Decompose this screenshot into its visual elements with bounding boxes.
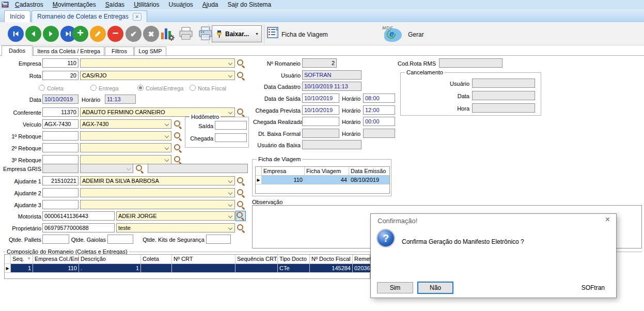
prevista-horario-field[interactable]: 12:00 bbox=[363, 105, 395, 115]
col-sequencia-crt-header[interactable]: Sequência CRT bbox=[235, 255, 278, 264]
nao-button[interactable]: Não bbox=[417, 282, 453, 294]
sim-button[interactable]: Sim bbox=[377, 282, 413, 293]
col-seq-header[interactable]: Seq.▼ bbox=[11, 255, 33, 264]
veiculo-combo[interactable]: AGX-7430 bbox=[80, 119, 171, 129]
baixar-button[interactable]: Baixar... bbox=[212, 25, 253, 42]
reboque1-code-field[interactable] bbox=[42, 131, 78, 141]
report-chart-button[interactable] bbox=[160, 26, 175, 43]
radio-coleta[interactable] bbox=[39, 85, 45, 91]
reboque2-combo[interactable] bbox=[80, 143, 171, 152]
reboque2-code-field[interactable] bbox=[42, 143, 78, 152]
tab-romaneio[interactable]: Romaneio de Coletas e Entregas × bbox=[32, 10, 147, 22]
reboque3-code-field[interactable] bbox=[42, 155, 78, 164]
ajudante2-combo[interactable] bbox=[80, 188, 235, 197]
menu-cadastros[interactable]: Cadastros bbox=[10, 0, 48, 9]
ajudante1-search-icon[interactable] bbox=[237, 177, 246, 186]
edit-button[interactable] bbox=[90, 26, 106, 42]
col-empresa-header[interactable]: Empresa Col./Ent. bbox=[33, 255, 79, 264]
chegada-prevista-field[interactable]: 10/10/2019 bbox=[302, 105, 339, 115]
veiculo-code-field[interactable]: AGX-7430 bbox=[42, 119, 78, 129]
col-coleta-header[interactable]: Coleta bbox=[141, 255, 172, 264]
print-button[interactable] bbox=[198, 26, 213, 43]
cod-rota-rms-field[interactable] bbox=[439, 58, 502, 68]
cancel-button[interactable]: ✖ bbox=[143, 26, 159, 42]
menu-utilitarios[interactable]: Utilitários bbox=[129, 0, 164, 9]
empresa-search-icon[interactable] bbox=[237, 59, 246, 68]
hodometro-saida-field[interactable] bbox=[215, 121, 247, 130]
ajudante3-search-icon[interactable] bbox=[237, 200, 246, 210]
ajudante2-search-icon[interactable] bbox=[237, 189, 246, 198]
confirm-button[interactable]: ✔ bbox=[125, 26, 142, 42]
next-record-button[interactable] bbox=[43, 26, 59, 42]
menu-movimentacoes[interactable]: Movimentações bbox=[48, 0, 101, 9]
previous-record-button[interactable] bbox=[25, 26, 41, 42]
ajudante2-code-field[interactable] bbox=[42, 188, 78, 197]
tab-filtros[interactable]: Filtros bbox=[105, 46, 134, 56]
proprietario-search-icon[interactable] bbox=[237, 224, 246, 233]
empresa-combo[interactable] bbox=[80, 58, 235, 68]
motorista-combo[interactable]: ADEIR JORGE bbox=[116, 211, 235, 221]
reboque2-search-icon[interactable] bbox=[174, 144, 183, 153]
tab-log-smp[interactable]: Log SMP bbox=[134, 46, 166, 56]
dialog-close-icon[interactable]: × bbox=[605, 215, 610, 224]
delete-button[interactable]: − bbox=[107, 26, 123, 42]
proprietario-combo[interactable]: teste bbox=[116, 223, 235, 232]
col-ficha-viagem-header[interactable]: Ficha Viagem bbox=[305, 167, 349, 176]
menu-ajuda[interactable]: Ajuda bbox=[198, 0, 223, 9]
composicao-row[interactable]: ▶ 1 110 .1 CTe 145284 02036 bbox=[5, 264, 370, 273]
first-record-button[interactable] bbox=[8, 26, 24, 42]
ajudante1-code-field[interactable]: 21510221 bbox=[42, 176, 78, 185]
reboque3-combo[interactable] bbox=[80, 155, 171, 164]
tab-itens-coleta-entrega[interactable]: Itens da Coleta / Entrega bbox=[33, 46, 104, 56]
qtde-pallets-field[interactable] bbox=[42, 235, 69, 244]
ficha-row[interactable]: ▶ 110 44 08/10/2019 bbox=[256, 176, 389, 184]
col-data-emissao-header[interactable]: Data Emissão bbox=[349, 167, 389, 176]
rota-search-icon[interactable] bbox=[237, 71, 246, 81]
col-empresa-header[interactable]: Empresa bbox=[262, 167, 305, 176]
qtde-kits-field[interactable] bbox=[206, 235, 231, 244]
chevron-down-icon bbox=[228, 226, 232, 230]
proprietario-code-field[interactable]: 06979577000688 bbox=[42, 223, 115, 232]
ajudante1-combo[interactable]: ADEMIR DA SILVA BARBOSA bbox=[80, 176, 235, 185]
ajudante3-combo[interactable] bbox=[80, 200, 235, 209]
motorista-code-field[interactable]: 00006141136443 bbox=[42, 211, 115, 221]
col-tipo-docto-header[interactable]: Tipo Docto bbox=[278, 255, 310, 264]
hodometro-chegada-field[interactable] bbox=[215, 133, 247, 142]
data-saida-field[interactable]: 10/10/2019 bbox=[302, 94, 339, 103]
reboque1-combo[interactable] bbox=[80, 131, 171, 141]
col-crt-header[interactable]: Nº CRT bbox=[172, 255, 235, 264]
col-descricao-header[interactable]: Descrição bbox=[79, 255, 141, 264]
plus-icon: + bbox=[77, 26, 84, 40]
col-docto-fiscal-header[interactable]: Nº Docto Fiscal bbox=[310, 255, 353, 264]
saida-horario-field[interactable]: 08:00 bbox=[363, 94, 395, 103]
tab-dados[interactable]: Dados bbox=[2, 45, 33, 56]
menu-sair-do-sistema[interactable]: Sair do Sistema bbox=[223, 0, 276, 9]
empresa-code-field[interactable]: 110 bbox=[42, 58, 78, 68]
print-preview-button[interactable] bbox=[178, 26, 194, 43]
add-button[interactable]: + bbox=[72, 26, 88, 42]
conferente-code-field[interactable]: 11370 bbox=[42, 107, 78, 117]
ficha-viagem-button[interactable] bbox=[267, 27, 278, 40]
conferente-search-icon[interactable] bbox=[237, 108, 246, 117]
realizada-horario-field[interactable]: 00:00 bbox=[363, 117, 395, 126]
chegada-realizada-field[interactable] bbox=[302, 117, 339, 126]
menu-saidas[interactable]: Saídas bbox=[101, 0, 129, 9]
motorista-search-button[interactable] bbox=[235, 211, 246, 221]
toolbar-separator bbox=[264, 24, 264, 44]
tab-inicio[interactable]: Início bbox=[4, 10, 30, 22]
rota-code-field[interactable]: 20 bbox=[42, 71, 78, 80]
ajudante3-code-field[interactable] bbox=[42, 200, 78, 209]
rota-combo[interactable]: CAS/RJO bbox=[80, 71, 235, 80]
radio-nota-fiscal[interactable] bbox=[190, 85, 196, 91]
veiculo-search-icon[interactable] bbox=[174, 120, 183, 129]
reboque1-search-icon[interactable] bbox=[174, 132, 183, 141]
baixar-dropdown-button[interactable]: ▼ bbox=[253, 25, 262, 42]
col-remetente-header[interactable]: Remet bbox=[353, 255, 370, 264]
mdfe-gerar-button[interactable]: MDF e bbox=[382, 25, 405, 43]
empresa-gris-search-icon[interactable] bbox=[135, 164, 145, 174]
qtde-gaiolas-field[interactable] bbox=[107, 235, 133, 244]
menu-usuarios[interactable]: Usuários bbox=[164, 0, 197, 9]
tab-close-icon[interactable]: × bbox=[133, 13, 142, 21]
radio-coleta-entrega[interactable] bbox=[137, 85, 144, 91]
radio-entrega[interactable] bbox=[90, 85, 97, 91]
